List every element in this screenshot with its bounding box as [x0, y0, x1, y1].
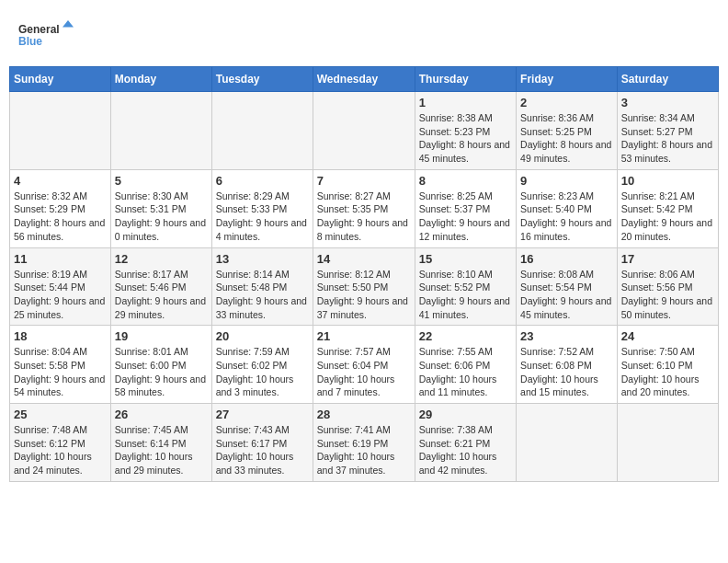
day-number: 9 [520, 174, 613, 188]
svg-text:General: General [18, 23, 60, 36]
calendar-day-cell: 5Sunrise: 8:30 AM Sunset: 5:31 PM Daylig… [110, 169, 211, 247]
day-number: 24 [621, 329, 714, 343]
day-info: Sunrise: 8:06 AM Sunset: 5:56 PM Dayligh… [621, 268, 714, 322]
day-info: Sunrise: 8:08 AM Sunset: 5:54 PM Dayligh… [520, 268, 613, 322]
calendar-week-row: 1Sunrise: 8:38 AM Sunset: 5:23 PM Daylig… [10, 92, 719, 170]
svg-text:Blue: Blue [18, 35, 42, 48]
calendar-day-cell: 9Sunrise: 8:23 AM Sunset: 5:40 PM Daylig… [517, 169, 618, 247]
calendar-day-cell: 16Sunrise: 8:08 AM Sunset: 5:54 PM Dayli… [517, 247, 618, 326]
day-number: 12 [115, 252, 208, 266]
calendar-day-cell: 17Sunrise: 8:06 AM Sunset: 5:56 PM Dayli… [617, 247, 718, 326]
day-info: Sunrise: 7:50 AM Sunset: 6:10 PM Dayligh… [621, 345, 714, 399]
calendar-day-cell: 26Sunrise: 7:45 AM Sunset: 6:14 PM Dayli… [110, 404, 211, 482]
calendar-week-row: 11Sunrise: 8:19 AM Sunset: 5:44 PM Dayli… [10, 247, 719, 326]
day-info: Sunrise: 8:32 AM Sunset: 5:29 PM Dayligh… [14, 190, 107, 244]
day-number: 26 [115, 408, 208, 421]
day-number: 29 [419, 408, 512, 421]
day-info: Sunrise: 8:21 AM Sunset: 5:42 PM Dayligh… [621, 190, 714, 244]
page-header: General Blue [9, 9, 719, 59]
day-info: Sunrise: 8:25 AM Sunset: 5:37 PM Dayligh… [419, 190, 512, 244]
calendar-day-cell: 20Sunrise: 7:59 AM Sunset: 6:02 PM Dayli… [211, 326, 313, 404]
day-number: 27 [216, 408, 309, 421]
day-number: 4 [14, 174, 107, 188]
calendar-day-cell: 25Sunrise: 7:48 AM Sunset: 6:12 PM Dayli… [10, 404, 111, 482]
weekday-header-cell: Sunday [10, 67, 111, 92]
calendar-week-row: 18Sunrise: 8:04 AM Sunset: 5:58 PM Dayli… [10, 326, 719, 404]
calendar-day-cell: 15Sunrise: 8:10 AM Sunset: 5:52 PM Dayli… [415, 247, 516, 326]
day-info: Sunrise: 8:14 AM Sunset: 5:48 PM Dayligh… [216, 268, 309, 322]
day-number: 13 [216, 252, 309, 266]
calendar-day-cell: 2Sunrise: 8:36 AM Sunset: 5:25 PM Daylig… [517, 92, 618, 170]
day-number: 8 [419, 174, 512, 188]
calendar-day-cell: 27Sunrise: 7:43 AM Sunset: 6:17 PM Dayli… [211, 404, 313, 482]
day-info: Sunrise: 8:19 AM Sunset: 5:44 PM Dayligh… [14, 268, 107, 322]
calendar-day-cell: 12Sunrise: 8:17 AM Sunset: 5:46 PM Dayli… [110, 247, 211, 326]
day-info: Sunrise: 8:27 AM Sunset: 5:35 PM Dayligh… [317, 190, 411, 244]
calendar-day-cell [10, 92, 111, 170]
calendar-day-cell: 13Sunrise: 8:14 AM Sunset: 5:48 PM Dayli… [211, 247, 313, 326]
calendar-day-cell: 6Sunrise: 8:29 AM Sunset: 5:33 PM Daylig… [211, 169, 313, 247]
day-info: Sunrise: 8:36 AM Sunset: 5:25 PM Dayligh… [520, 111, 613, 166]
day-number: 23 [520, 329, 613, 343]
calendar-day-cell: 7Sunrise: 8:27 AM Sunset: 5:35 PM Daylig… [313, 169, 415, 247]
calendar-day-cell: 11Sunrise: 8:19 AM Sunset: 5:44 PM Dayli… [10, 247, 111, 326]
day-info: Sunrise: 8:23 AM Sunset: 5:40 PM Dayligh… [520, 190, 613, 244]
weekday-header-cell: Saturday [617, 67, 718, 92]
calendar-day-cell: 8Sunrise: 8:25 AM Sunset: 5:37 PM Daylig… [415, 169, 516, 247]
calendar-day-cell [617, 404, 718, 482]
day-info: Sunrise: 8:12 AM Sunset: 5:50 PM Dayligh… [317, 268, 411, 322]
day-info: Sunrise: 8:17 AM Sunset: 5:46 PM Dayligh… [115, 268, 208, 322]
calendar-day-cell: 19Sunrise: 8:01 AM Sunset: 6:00 PM Dayli… [110, 326, 211, 404]
day-number: 1 [419, 96, 512, 109]
day-info: Sunrise: 7:52 AM Sunset: 6:08 PM Dayligh… [520, 345, 613, 399]
calendar-day-cell: 1Sunrise: 8:38 AM Sunset: 5:23 PM Daylig… [415, 92, 516, 170]
day-number: 28 [317, 408, 411, 421]
weekday-header-cell: Thursday [415, 67, 516, 92]
day-number: 17 [621, 252, 714, 266]
day-number: 18 [14, 329, 107, 343]
day-info: Sunrise: 7:57 AM Sunset: 6:04 PM Dayligh… [317, 345, 411, 399]
day-info: Sunrise: 8:10 AM Sunset: 5:52 PM Dayligh… [419, 268, 512, 322]
calendar-day-cell: 18Sunrise: 8:04 AM Sunset: 5:58 PM Dayli… [10, 326, 111, 404]
day-number: 2 [520, 96, 613, 109]
day-info: Sunrise: 7:43 AM Sunset: 6:17 PM Dayligh… [216, 423, 309, 477]
day-number: 5 [115, 174, 208, 188]
calendar-day-cell [517, 404, 618, 482]
day-number: 6 [216, 174, 309, 188]
day-info: Sunrise: 8:04 AM Sunset: 5:58 PM Dayligh… [14, 345, 107, 399]
day-number: 15 [419, 252, 512, 266]
calendar-day-cell: 4Sunrise: 8:32 AM Sunset: 5:29 PM Daylig… [10, 169, 111, 247]
calendar-day-cell: 28Sunrise: 7:41 AM Sunset: 6:19 PM Dayli… [313, 404, 415, 482]
day-number: 20 [216, 329, 309, 343]
day-info: Sunrise: 8:30 AM Sunset: 5:31 PM Dayligh… [115, 190, 208, 244]
weekday-header-cell: Monday [110, 67, 211, 92]
day-number: 25 [14, 408, 107, 421]
calendar-day-cell [313, 92, 415, 170]
calendar-day-cell [211, 92, 313, 170]
day-info: Sunrise: 7:38 AM Sunset: 6:21 PM Dayligh… [419, 423, 512, 477]
day-number: 21 [317, 329, 411, 343]
weekday-header-cell: Tuesday [211, 67, 313, 92]
weekday-header-cell: Wednesday [313, 67, 415, 92]
day-number: 10 [621, 174, 714, 188]
day-number: 14 [317, 252, 411, 266]
calendar-day-cell: 24Sunrise: 7:50 AM Sunset: 6:10 PM Dayli… [617, 326, 718, 404]
day-number: 11 [14, 252, 107, 266]
calendar-day-cell: 21Sunrise: 7:57 AM Sunset: 6:04 PM Dayli… [313, 326, 415, 404]
day-info: Sunrise: 7:55 AM Sunset: 6:06 PM Dayligh… [419, 345, 512, 399]
day-number: 7 [317, 174, 411, 188]
calendar-day-cell: 22Sunrise: 7:55 AM Sunset: 6:06 PM Dayli… [415, 326, 516, 404]
day-info: Sunrise: 7:45 AM Sunset: 6:14 PM Dayligh… [115, 423, 208, 477]
day-info: Sunrise: 7:48 AM Sunset: 6:12 PM Dayligh… [14, 423, 107, 477]
day-info: Sunrise: 7:59 AM Sunset: 6:02 PM Dayligh… [216, 345, 309, 399]
day-info: Sunrise: 8:34 AM Sunset: 5:27 PM Dayligh… [621, 111, 714, 166]
calendar-day-cell: 29Sunrise: 7:38 AM Sunset: 6:21 PM Dayli… [415, 404, 516, 482]
calendar-table: SundayMondayTuesdayWednesdayThursdayFrid… [9, 66, 719, 482]
day-info: Sunrise: 8:38 AM Sunset: 5:23 PM Dayligh… [419, 111, 512, 166]
calendar-week-row: 25Sunrise: 7:48 AM Sunset: 6:12 PM Dayli… [10, 404, 719, 482]
calendar-day-cell: 23Sunrise: 7:52 AM Sunset: 6:08 PM Dayli… [517, 326, 618, 404]
day-number: 16 [520, 252, 613, 266]
calendar-day-cell: 3Sunrise: 8:34 AM Sunset: 5:27 PM Daylig… [617, 92, 718, 170]
calendar-day-cell: 10Sunrise: 8:21 AM Sunset: 5:42 PM Dayli… [617, 169, 718, 247]
day-info: Sunrise: 8:01 AM Sunset: 6:00 PM Dayligh… [115, 345, 208, 399]
